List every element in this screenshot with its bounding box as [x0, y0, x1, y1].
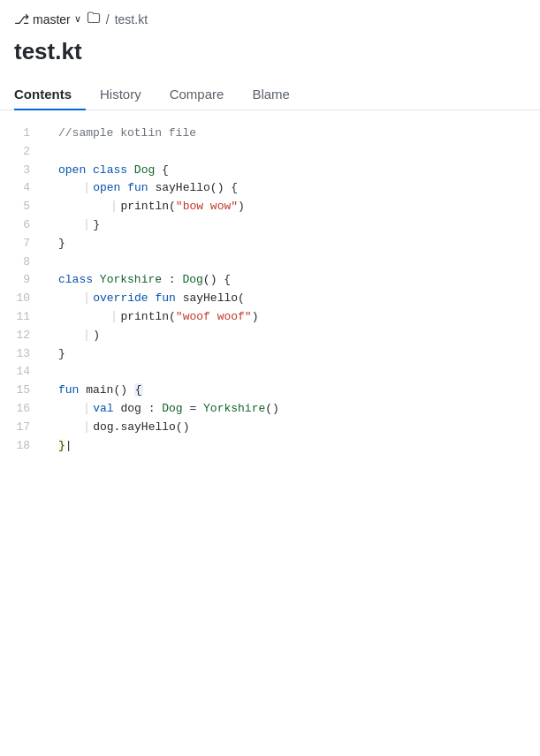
- table-row: 16 val dog : Dog = Yorkshire(): [0, 400, 540, 419]
- table-row: 14: [0, 363, 540, 382]
- table-row: 11 println("woof woof"): [0, 308, 540, 327]
- line-content: fun main() {: [44, 382, 540, 400]
- table-row: 5 println("bow wow"): [0, 198, 540, 216]
- line-number: 17: [0, 419, 44, 437]
- table-row: 2: [0, 143, 540, 162]
- line-content: class Yorkshire : Dog() {: [44, 271, 540, 290]
- line-number: 3: [0, 162, 44, 180]
- line-number: 12: [0, 327, 44, 345]
- line-number: 8: [0, 253, 44, 272]
- line-number: 9: [0, 271, 44, 290]
- table-row: 10 override fun sayHello(: [0, 290, 540, 308]
- line-number: 2: [0, 143, 44, 162]
- line-content: }: [44, 235, 540, 253]
- line-number: 6: [0, 216, 44, 235]
- line-content: dog.sayHello(): [44, 419, 540, 437]
- line-content: }: [44, 345, 540, 364]
- branch-name: master: [33, 12, 71, 26]
- breadcrumb: ⎇ master ∨ / test.kt: [14, 11, 526, 27]
- line-content: //sample kotlin file: [44, 125, 540, 143]
- line-content: ): [44, 327, 540, 345]
- line-number: 4: [0, 179, 44, 198]
- line-number: 14: [0, 363, 44, 382]
- branch-icon: ⎇: [14, 11, 29, 27]
- line-content: [44, 143, 540, 162]
- table-row: 6 }: [0, 216, 540, 235]
- table-row: 8: [0, 253, 540, 272]
- line-content: override fun sayHello(: [44, 290, 540, 308]
- line-number: 13: [0, 345, 44, 364]
- line-content: [44, 253, 540, 272]
- table-row: 18 }|: [0, 437, 540, 456]
- tab-history[interactable]: History: [86, 79, 156, 110]
- table-row: 3 open class Dog {: [0, 162, 540, 180]
- table-row: 15 fun main() {: [0, 382, 540, 400]
- line-number: 1: [0, 125, 44, 143]
- line-content: open class Dog {: [44, 162, 540, 180]
- breadcrumb-filename: test.kt: [115, 12, 148, 26]
- line-number: 11: [0, 308, 44, 327]
- line-number: 10: [0, 290, 44, 308]
- table-row: 17 dog.sayHello(): [0, 419, 540, 437]
- line-number: 16: [0, 400, 44, 419]
- tab-contents[interactable]: Contents: [14, 79, 86, 110]
- table-row: 1 //sample kotlin file: [0, 125, 540, 143]
- line-content: println("bow wow"): [44, 198, 540, 216]
- line-number: 5: [0, 198, 44, 216]
- line-content: }: [44, 216, 540, 235]
- table-row: 9 class Yorkshire : Dog() {: [0, 271, 540, 290]
- line-number: 7: [0, 235, 44, 253]
- folder-icon: [87, 11, 101, 27]
- line-number: 15: [0, 382, 44, 400]
- table-row: 7 }: [0, 235, 540, 253]
- code-container: 1 //sample kotlin file 2 3 open class Do…: [0, 110, 540, 469]
- line-content: open fun sayHello() {: [44, 179, 540, 198]
- line-content: println("woof woof"): [44, 308, 540, 327]
- branch-selector[interactable]: ⎇ master ∨: [14, 11, 81, 27]
- tab-bar: Contents History Compare Blame: [0, 79, 540, 110]
- breadcrumb-separator: /: [106, 12, 110, 26]
- line-content: }|: [44, 437, 540, 456]
- page-title: test.kt: [0, 38, 540, 65]
- table-row: 12 ): [0, 327, 540, 345]
- line-content: val dog : Dog = Yorkshire(): [44, 400, 540, 419]
- line-content: [44, 363, 540, 382]
- chevron-down-icon: ∨: [74, 13, 81, 25]
- code-table: 1 //sample kotlin file 2 3 open class Do…: [0, 125, 540, 455]
- line-number: 18: [0, 437, 44, 456]
- tab-blame[interactable]: Blame: [238, 79, 304, 110]
- table-row: 4 open fun sayHello() {: [0, 179, 540, 198]
- table-row: 13 }: [0, 345, 540, 364]
- tab-compare[interactable]: Compare: [156, 79, 239, 110]
